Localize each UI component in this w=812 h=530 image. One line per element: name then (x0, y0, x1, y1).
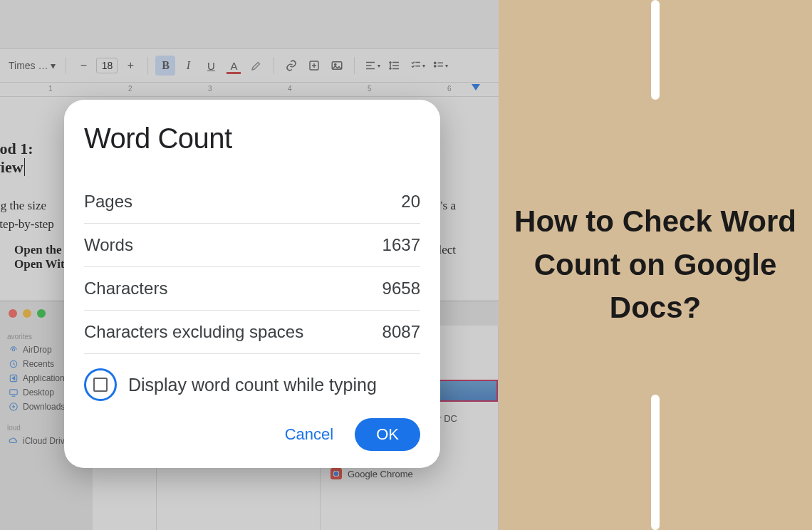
dialog-buttons: Cancel OK (84, 418, 420, 451)
increase-font-button[interactable]: + (120, 56, 140, 76)
stat-row-words: Words 1637 (84, 224, 420, 267)
ruler-tick: 1 (48, 85, 53, 93)
decorative-line (651, 395, 660, 530)
ruler-tick: 6 (447, 85, 452, 93)
cancel-button[interactable]: Cancel (276, 418, 342, 451)
chevron-down-icon: ▾ (51, 60, 56, 71)
article-title: How to Check Word Count on Google Docs? (499, 200, 812, 331)
stat-label: Characters excluding spaces (84, 322, 303, 342)
right-indent-marker[interactable] (472, 84, 480, 90)
svg-point-3 (434, 62, 436, 63)
separator (354, 57, 355, 74)
line-spacing-button[interactable] (385, 56, 405, 76)
text-color-button[interactable]: A (224, 56, 244, 76)
dialog-title: Word Count (84, 123, 420, 155)
bulleted-list-button[interactable]: ▾ (430, 56, 450, 76)
stat-row-pages: Pages 20 (84, 180, 420, 224)
stat-value: 9658 (382, 279, 420, 298)
checkbox-highlight-ring[interactable] (84, 368, 117, 401)
ruler: 1 2 3 4 5 6 (0, 83, 499, 97)
ruler-tick: 2 (128, 85, 132, 93)
decrease-font-button[interactable]: − (73, 56, 93, 76)
svg-point-4 (434, 66, 436, 67)
decorative-line (651, 0, 660, 100)
separator (66, 57, 66, 74)
word-count-dialog: Word Count Pages 20 Words 1637 Character… (64, 100, 440, 468)
ruler-tick: 3 (208, 85, 212, 93)
bold-button[interactable]: B (155, 56, 175, 76)
separator (147, 57, 148, 74)
stat-label: Characters (84, 279, 167, 298)
checkbox-icon[interactable] (93, 378, 108, 392)
minimize-icon[interactable] (23, 309, 31, 318)
add-comment-button[interactable] (304, 56, 324, 76)
display-while-typing-row: Display word count while typing (84, 368, 420, 401)
checkbox-label: Display word count while typing (128, 375, 377, 395)
stat-value: 20 (401, 192, 420, 212)
formatting-toolbar: Times … ▾ − 18 + B I U A ▾ ▾ ▾ (0, 48, 499, 83)
align-button[interactable]: ▾ (362, 56, 382, 76)
checklist-button[interactable]: ▾ (407, 56, 427, 76)
svg-point-5 (12, 348, 15, 351)
stat-label: Pages (84, 192, 132, 212)
stat-row-chars: Characters 9658 (84, 267, 420, 311)
svg-point-2 (335, 63, 336, 65)
italic-button[interactable]: I (178, 56, 198, 76)
close-icon[interactable] (9, 309, 17, 318)
maximize-icon[interactable] (37, 309, 46, 318)
insert-link-button[interactable] (281, 56, 301, 76)
stat-label: Words (84, 235, 133, 255)
svg-rect-8 (10, 390, 18, 395)
screenshot-area: Times … ▾ − 18 + B I U A ▾ ▾ ▾ 1 2 3 4 5… (0, 0, 499, 530)
chrome-icon (330, 468, 342, 479)
stat-row-chars-nospace: Characters excluding spaces 8087 (84, 311, 420, 354)
underline-button[interactable]: U (201, 56, 221, 76)
highlight-button[interactable] (246, 56, 266, 76)
ruler-tick: 4 (288, 85, 292, 93)
insert-image-button[interactable] (327, 56, 347, 76)
separator (274, 57, 274, 74)
font-size-input[interactable]: 18 (96, 58, 118, 73)
ruler-tick: 5 (368, 85, 372, 93)
stat-value: 8087 (382, 322, 420, 342)
font-family-label: Times … (9, 60, 48, 71)
font-family-select[interactable]: Times … ▾ (6, 57, 58, 74)
stat-value: 1637 (382, 235, 420, 255)
ok-button[interactable]: OK (355, 418, 420, 451)
